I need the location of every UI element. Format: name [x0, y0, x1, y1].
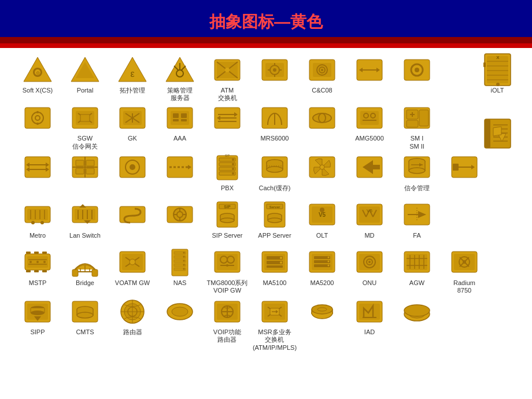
svg-rect-54: [171, 111, 189, 125]
icon-spacer3: [441, 199, 487, 245]
label-cmts: CMTS: [76, 328, 94, 336]
icon-agw: AGW: [394, 246, 440, 294]
svg-point-17: [225, 68, 230, 72]
label-msr: MSR多业务交换机(ATM/IP/MPLS): [253, 328, 297, 352]
svg-marker-149: [79, 204, 86, 208]
icon-tmg8000: TMG8000系列VOIP GW: [204, 246, 250, 294]
label-metro: Metro: [29, 232, 46, 239]
icon-voatmgw: VOATM GW: [109, 246, 156, 294]
icon-roundbox: [157, 199, 203, 245]
svg-point-244: [328, 261, 330, 263]
svg-rect-311: [487, 56, 508, 83]
svg-point-174: [268, 218, 282, 223]
label-bridge: Bridge: [76, 279, 94, 287]
svg-rect-201: [34, 270, 39, 272]
svg-point-116: [267, 167, 283, 172]
label-onu: ONU: [363, 279, 376, 287]
svg-point-141: [31, 221, 35, 224]
icon-mstp: MSTP: [14, 246, 61, 294]
icon-radium8750: Radium8750: [441, 246, 487, 294]
label-ma5200: MA5200: [311, 279, 334, 287]
label-policy: 策略管理服务器: [167, 87, 193, 102]
svg-point-264: [463, 260, 466, 264]
icon-doublearrow1: [14, 152, 61, 198]
icon-capsule: [299, 102, 345, 150]
svg-point-250: [368, 261, 371, 263]
label-softxcs: Soft X(CS): [23, 87, 53, 94]
svg-rect-77: [407, 120, 418, 127]
label-voatmgw: VOATM GW: [115, 279, 150, 287]
label-router: 路由器: [123, 328, 142, 336]
label-appserver: APP Server: [258, 232, 291, 239]
icon-sgw: SGW信令网关: [62, 102, 108, 150]
icon-olt: V5 OLT: [299, 199, 345, 245]
icon-msr: MSR多业务交换机(ATM/IP/MPLS): [252, 295, 298, 352]
svg-point-213: [130, 259, 135, 265]
icon-lanswitch: Lan Switch: [62, 199, 108, 245]
svg-text:ε: ε: [130, 69, 134, 79]
label-aaa: AAA: [173, 135, 186, 142]
svg-point-108: [232, 168, 234, 170]
icon-circlesq: [109, 152, 156, 198]
svg-rect-134: [453, 164, 459, 171]
svg-point-68: [313, 113, 331, 123]
svg-point-119: [320, 165, 324, 169]
icon-grid1: [62, 152, 108, 198]
icon-portal: Portal: [62, 54, 108, 102]
icon-iolt: X iOLT: [474, 54, 520, 100]
icon-policy: 策略管理服务器: [157, 54, 203, 102]
svg-point-237: [280, 261, 282, 264]
icon-unknown2: [14, 102, 61, 150]
label-topology: 拓扑管理: [120, 87, 145, 94]
svg-rect-204: [92, 269, 98, 276]
svg-rect-56: [181, 113, 187, 118]
svg-rect-122: [373, 165, 380, 169]
label-pbx: PBX: [221, 184, 234, 192]
svg-rect-198: [34, 252, 39, 254]
label-cmdmgr: 信令管理: [404, 184, 430, 192]
icon-ma5200: MA5200: [299, 246, 345, 294]
icon-ma5100: MA5100: [252, 246, 298, 294]
svg-point-222: [183, 260, 185, 262]
icon-yellowbook: [474, 117, 520, 164]
icon-sipp: SIPP: [14, 295, 61, 352]
svg-rect-199: [42, 252, 47, 254]
icon-voip: VOIP功能路由器: [204, 295, 250, 352]
icon-gk: GK: [109, 102, 156, 150]
svg-point-109: [232, 172, 234, 175]
label-cc08: C&C08: [312, 87, 332, 94]
svg-rect-200: [26, 270, 31, 272]
label-cache: Cach(缓存): [258, 184, 290, 192]
label-fa: FA: [413, 232, 420, 239]
svg-rect-321: [485, 119, 490, 148]
svg-rect-235: [267, 265, 283, 268]
svg-text:V5: V5: [367, 208, 372, 213]
svg-rect-94: [86, 168, 94, 174]
icon-sipserver: SIP SIP Server: [204, 199, 250, 245]
label-portal: Portal: [77, 87, 94, 94]
icon-appserver: Server APP Server: [252, 199, 298, 245]
label-olt: OLT: [316, 232, 328, 239]
icon-pbx: SIP PBX: [204, 152, 250, 198]
label-voip: VOIP功能路由器: [213, 328, 241, 343]
icon-nas: NAS: [157, 246, 203, 294]
icon-unknown21: [394, 295, 440, 352]
svg-rect-93: [76, 168, 84, 174]
svg-point-230: [226, 264, 228, 267]
icon-cache: Cach(缓存): [252, 152, 298, 198]
icon-cc08: C&C08: [299, 54, 345, 102]
icon-arrowleft: [346, 152, 393, 198]
icon-cmdmgr: 信令管理: [394, 152, 440, 198]
icon-cmts: CMTS: [62, 295, 108, 352]
header: 抽象图标—黄色: [0, 0, 532, 48]
svg-rect-92: [86, 160, 94, 166]
svg-point-224: [183, 268, 185, 270]
svg-rect-78: [419, 110, 428, 126]
icon-dashline: [157, 152, 203, 198]
svg-point-223: [183, 264, 185, 266]
label-smism2: SM ISM II: [409, 135, 424, 150]
svg-rect-58: [181, 119, 187, 121]
svg-text:SIP: SIP: [224, 205, 231, 209]
icon-topology: ε 拓扑管理: [109, 54, 156, 102]
svg-point-195: [36, 261, 39, 263]
